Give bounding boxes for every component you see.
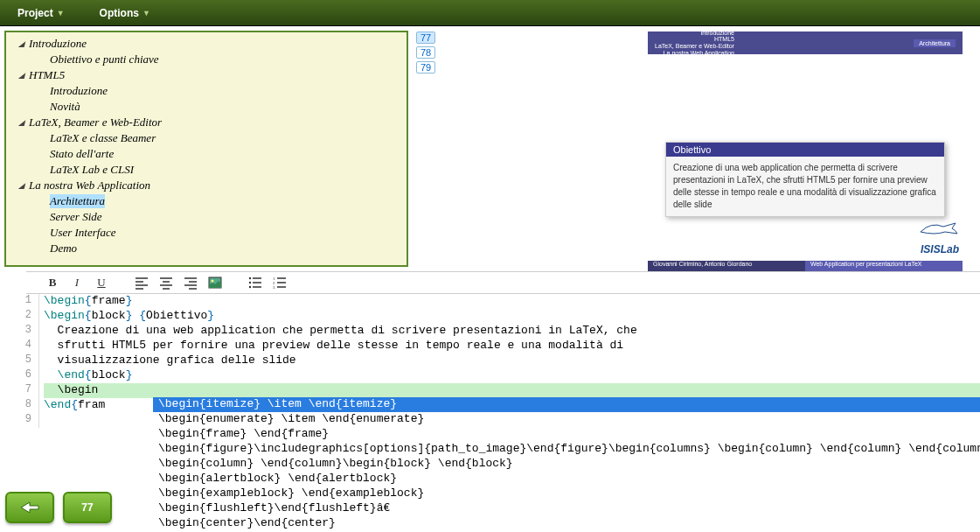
bullet-list-button[interactable] xyxy=(247,274,264,291)
autocomplete-item[interactable]: \begin{figure}\includegraphics[options]{… xyxy=(153,442,980,457)
autocomplete-item[interactable]: \begin{center}\end{center} xyxy=(153,516,980,531)
page-thumb[interactable]: 79 xyxy=(416,61,435,74)
menu-project[interactable]: Project▼ xyxy=(17,7,65,19)
chevron-down-icon: ▼ xyxy=(57,9,65,18)
bird-icon xyxy=(917,220,959,241)
svg-point-3 xyxy=(249,282,251,284)
outline-item[interactable]: ◢La nostra Web Application xyxy=(10,178,403,193)
slide-footer: Giovanni Cirimino, Antonio Giordano Web … xyxy=(648,261,963,271)
svg-point-2 xyxy=(249,277,251,279)
autocomplete-item[interactable]: \begin{flushleft}\end{flushleft}â€ xyxy=(153,501,980,516)
autocomplete-item[interactable]: \begin{itemize} \item \end{itemize} xyxy=(153,397,980,412)
outline-item[interactable]: Server Side xyxy=(10,209,403,225)
objective-title: Obiettivo xyxy=(666,143,944,157)
numbered-list-button[interactable]: 123 xyxy=(271,274,288,291)
slide-header: Introduzione HTML5 LaTeX, Beamer e Web-E… xyxy=(648,32,963,54)
editor-toolbar: B I U 123 xyxy=(26,271,980,294)
autocomplete-item[interactable]: \begin{exampleblock} \end{exampleblock} xyxy=(153,486,980,501)
outline-panel: ◢IntroduzioneObiettivo e punti chiave◢HT… xyxy=(4,31,408,267)
bold-button[interactable]: B xyxy=(44,274,61,291)
page-thumb[interactable]: 77 xyxy=(416,32,435,44)
arrow-left-icon xyxy=(19,500,40,514)
page-thumb[interactable]: 78 xyxy=(416,46,435,59)
outline-item[interactable]: Obiettivo e punti chiave xyxy=(10,52,403,67)
svg-text:3: 3 xyxy=(273,285,275,290)
caret-icon: ◢ xyxy=(18,118,25,127)
outline-item[interactable]: ◢HTML5 xyxy=(10,67,403,83)
page-list: 77 78 79 xyxy=(413,26,439,271)
svg-point-4 xyxy=(249,286,251,288)
caret-icon: ◢ xyxy=(18,39,25,48)
objective-box: Obiettivo Creazione di una web applicati… xyxy=(665,142,945,217)
autocomplete-item[interactable]: \begin{enumerate} \item \end{enumerate} xyxy=(153,412,980,427)
outline-item[interactable]: ◢Introduzione xyxy=(10,36,403,52)
chevron-down-icon: ▼ xyxy=(142,9,150,18)
outline-item[interactable]: Stato dell'arte xyxy=(10,146,403,162)
logo: ISISLab xyxy=(917,220,959,256)
outline-item[interactable]: LaTeX e classe Beamer xyxy=(10,130,403,146)
caret-icon: ◢ xyxy=(18,71,25,80)
svg-point-1 xyxy=(212,280,214,283)
align-left-button[interactable] xyxy=(133,274,150,291)
objective-body: Creazione di una web application che per… xyxy=(666,157,944,216)
outline-item[interactable]: LaTeX Lab e CLSI xyxy=(10,162,403,178)
underline-button[interactable]: U xyxy=(93,274,110,291)
autocomplete-item[interactable]: \begin{frame} \end{frame} xyxy=(153,427,980,442)
autocomplete-item[interactable]: \begin{column} \end{column}\begin{block}… xyxy=(153,457,980,472)
autocomplete-popup: \begin{itemize} \item \end{itemize} \beg… xyxy=(153,397,980,532)
outline-item[interactable]: Demo xyxy=(10,241,403,256)
page-button[interactable]: 77 xyxy=(63,492,112,523)
menubar: Project▼ Options▼ xyxy=(0,0,980,26)
back-button[interactable] xyxy=(5,492,54,523)
outline-item[interactable]: Introduzione xyxy=(10,83,403,99)
outline-item[interactable]: Architettura xyxy=(10,193,403,209)
autocomplete-item[interactable]: \begin{alertblock} \end{alertblock} xyxy=(153,472,980,486)
caret-icon: ◢ xyxy=(18,181,25,190)
outline-item[interactable]: Novità xyxy=(10,99,403,115)
line-gutter: 123456789 xyxy=(0,294,39,428)
italic-button[interactable]: I xyxy=(68,274,86,291)
outline-item[interactable]: User Interface xyxy=(10,225,403,241)
align-center-button[interactable] xyxy=(157,274,175,291)
image-button[interactable] xyxy=(206,274,224,291)
align-right-button[interactable] xyxy=(182,274,199,291)
menu-options[interactable]: Options▼ xyxy=(100,7,150,19)
slide-preview: Introduzione HTML5 LaTeX, Beamer e Web-E… xyxy=(439,26,980,271)
code-editor[interactable]: 123456789 \begin{frame} \begin{block} {O… xyxy=(0,294,980,428)
outline-item[interactable]: ◢LaTeX, Beamer e Web-Editor xyxy=(10,115,403,130)
